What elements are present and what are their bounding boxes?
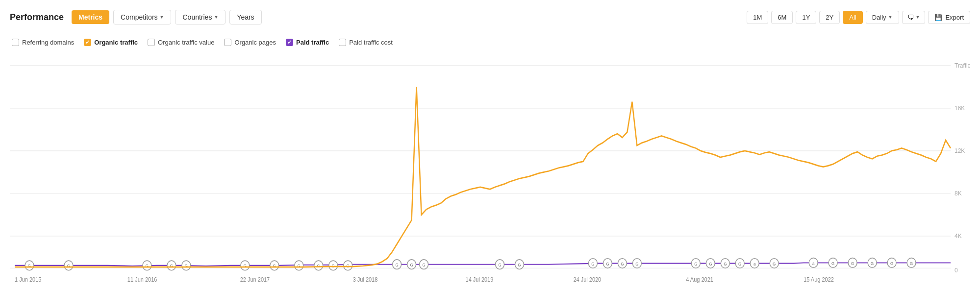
svg-text:G: G [694, 262, 697, 266]
svg-text:G: G [67, 264, 70, 268]
legend-label-paid-traffic: Paid traffic [296, 39, 329, 46]
time-1y-button[interactable]: 1Y [796, 11, 816, 24]
metrics-button[interactable]: Metrics [72, 10, 109, 24]
svg-text:G: G [851, 261, 854, 265]
legend-label-organic-traffic: Organic traffic [94, 39, 138, 46]
toolbar-left: Performance Metrics Competitors Countrie… [10, 10, 262, 24]
x-label-2018: 3 Jul 2018 [353, 276, 378, 282]
toolbar: Performance Metrics Competitors Countrie… [10, 5, 970, 29]
svg-text:G: G [518, 263, 521, 267]
x-label-2019: 14 Jul 2019 [466, 276, 494, 282]
svg-text:G: G [606, 262, 609, 266]
x-label-2015: 1 Jun 2015 [15, 276, 41, 282]
svg-text:G: G [298, 264, 301, 268]
legend-paid-traffic[interactable]: Paid traffic [286, 39, 329, 46]
organic-traffic-line [15, 87, 951, 267]
toolbar-right: 1M 6M 1Y 2Y All Daily 🗨 💾 Export [747, 11, 970, 24]
svg-text:G: G [498, 263, 501, 267]
app-container: Performance Metrics Competitors Countrie… [0, 0, 980, 289]
checkbox-referring-domains[interactable] [12, 39, 19, 46]
checkbox-paid-traffic[interactable] [286, 39, 293, 46]
svg-text:G: G [871, 261, 874, 265]
time-all-button[interactable]: All [843, 11, 862, 24]
svg-text:G: G [146, 264, 149, 268]
svg-text:G: G [395, 263, 398, 267]
svg-text:G: G [709, 262, 712, 266]
y-label-0: 0 [955, 267, 958, 274]
checkbox-organic-pages[interactable] [224, 39, 231, 46]
legend-label-paid-traffic-cost: Paid traffic cost [349, 39, 393, 46]
page-title: Performance [10, 12, 64, 23]
chart-area: Traffic 16K 12K 8K 4K 0 G G G G [10, 55, 970, 284]
y-label-8k: 8K [955, 190, 962, 197]
annotation-icon: 🗨 [907, 14, 914, 21]
checkbox-organic-traffic-value[interactable] [148, 39, 155, 46]
svg-text:G: G [831, 261, 834, 265]
granularity-button[interactable]: Daily [866, 11, 899, 24]
legend-organic-traffic[interactable]: Organic traffic [84, 39, 138, 46]
legend-organic-pages[interactable]: Organic pages [224, 39, 276, 46]
x-label-2022: 15 Aug 2022 [804, 276, 834, 282]
legend-label-organic-traffic-value: Organic traffic value [158, 39, 214, 46]
competitors-button[interactable]: Competitors [113, 10, 171, 24]
y-label-16k: 16K [955, 105, 965, 112]
export-icon: 💾 [934, 14, 942, 21]
checkbox-paid-traffic-cost[interactable] [339, 39, 346, 46]
svg-text:G: G [773, 262, 776, 266]
time-2y-button[interactable]: 2Y [819, 11, 840, 24]
svg-text:G: G [890, 261, 893, 265]
svg-text:G: G [635, 262, 638, 266]
time-6m-button[interactable]: 6M [771, 11, 793, 24]
years-button[interactable]: Years [229, 10, 261, 24]
legend-label-organic-pages: Organic pages [234, 39, 276, 46]
export-button[interactable]: 💾 Export [928, 11, 970, 24]
svg-text:G: G [910, 261, 913, 265]
export-label: Export [945, 14, 964, 21]
svg-text:G: G [410, 263, 413, 267]
svg-text:a: a [754, 262, 756, 266]
svg-text:G: G [621, 262, 624, 266]
y-label-12k: 12K [955, 147, 965, 155]
x-label-2016: 11 Jun 2016 [127, 276, 157, 282]
annotation-button[interactable]: 🗨 [902, 11, 926, 24]
svg-text:a: a [812, 261, 815, 265]
legend-label-referring-domains: Referring domains [22, 39, 74, 46]
svg-text:G: G [185, 264, 188, 268]
y-label-4k: 4K [955, 233, 962, 240]
x-label-2021: 4 Aug 2021 [686, 276, 713, 282]
svg-text:G: G [738, 262, 741, 266]
y-label-traffic: Traffic [955, 62, 970, 70]
svg-text:G: G [28, 264, 31, 268]
checkbox-organic-traffic[interactable] [84, 39, 91, 46]
x-label-2020: 24 Jul 2020 [573, 276, 601, 282]
svg-text:G: G [724, 262, 727, 266]
legend-organic-traffic-value[interactable]: Organic traffic value [148, 39, 214, 46]
x-label-2017: 22 Jun 2017 [240, 276, 270, 282]
legend-row: Referring domains Organic traffic Organi… [10, 33, 970, 51]
time-1m-button[interactable]: 1M [747, 11, 768, 24]
legend-paid-traffic-cost[interactable]: Paid traffic cost [339, 39, 393, 46]
svg-text:G: G [591, 262, 594, 266]
chart-svg: Traffic 16K 12K 8K 4K 0 G G G G [10, 55, 970, 284]
legend-referring-domains[interactable]: Referring domains [12, 39, 74, 46]
svg-text:G: G [422, 263, 425, 267]
svg-text:G: G [273, 264, 276, 268]
svg-text:G: G [244, 264, 247, 268]
countries-button[interactable]: Countries [175, 10, 226, 24]
svg-text:G: G [170, 264, 173, 268]
